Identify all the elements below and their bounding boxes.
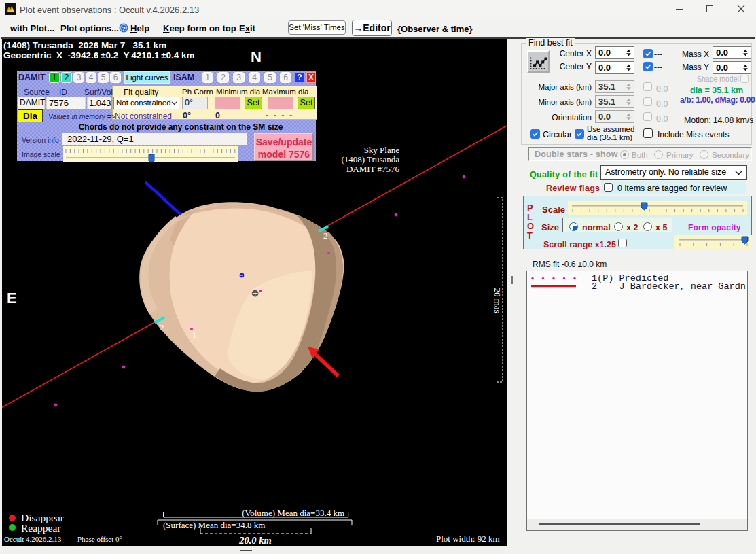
svg-text:(Surface) Mean dia=34.8 km: (Surface) Mean dia=34.8 km — [163, 520, 265, 530]
svg-text:(Volume) Mean dia=33.4 km: (Volume) Mean dia=33.4 km — [242, 508, 344, 518]
svg-text:2: 2 — [323, 230, 328, 241]
svg-text:20.0 km: 20.0 km — [238, 535, 272, 546]
svg-text:1: 1 — [192, 330, 196, 340]
svg-text:?: ? — [122, 25, 126, 32]
svg-text:2: 2 — [160, 322, 164, 332]
